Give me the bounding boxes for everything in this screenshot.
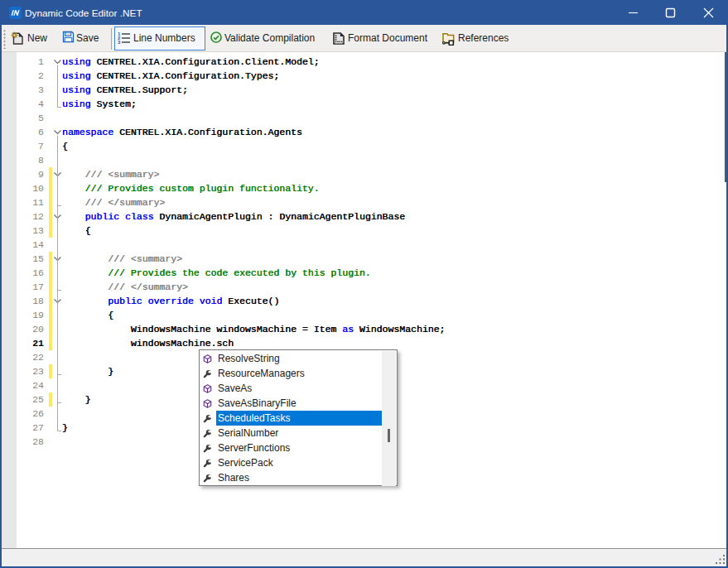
svg-text:3: 3 bbox=[118, 40, 121, 45]
